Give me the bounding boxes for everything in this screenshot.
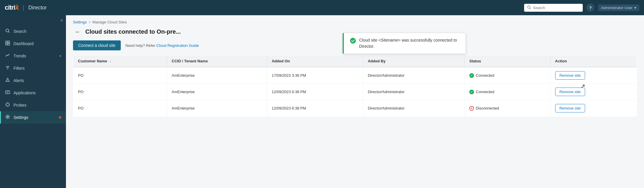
trends-icon [5,53,11,59]
sidebar-item-settings[interactable]: Settings [0,111,66,124]
citrix-logo-text: citriẋ [5,4,18,11]
cell-added-on: 12/09/2023 6:38 PM [267,100,363,117]
help-button[interactable]: ? [586,4,594,12]
cell-status: Disconnected [465,100,550,117]
help-text: Need help? Refer Cloud Registration Guid… [125,43,199,48]
cell-customer-name: PO [73,84,167,100]
sidebar-item-label: Applications [13,90,61,95]
cloud-registration-guide-link[interactable]: Cloud Registration Guide [156,43,199,48]
table-body: PO AmEnterprise 17/09/2023 3:36 PM Direc… [73,67,637,117]
user-chevron-icon: ▾ [634,6,636,10]
sidebar-item-label: Dashboard [13,41,61,46]
main-layout: « Search Dashboard Trends ▾ Filters [0,15,644,188]
connected-icon [469,90,474,94]
svg-rect-4 [6,41,7,43]
svg-rect-5 [8,41,10,43]
col-action: Action [550,55,637,67]
brand-logo: citriẋ | Director [5,4,47,11]
sidebar-item-label: Probes [13,103,61,107]
success-icon [350,37,356,45]
col-customer-name[interactable]: Customer Name ↓ [73,55,167,67]
sidebar-item-label: Search [13,29,61,34]
cell-added-by: Director/Administrator [363,84,465,100]
sidebar-item-label: Trends [13,54,57,58]
chevron-down-icon: ▾ [60,54,61,58]
cell-action: Remove site [550,84,637,100]
breadcrumb-separator: > [89,20,91,24]
global-search-box[interactable] [524,4,583,12]
remove-site-button[interactable]: Remove site [555,88,585,96]
breadcrumb-current: Manage Cloud Sites [93,20,127,24]
cell-added-by: Director/Administrator [363,100,465,117]
status-badge: Connected [469,90,545,94]
col-added-on: Added On [267,55,363,67]
toast-message: Cloud site <Sitename> was successfully c… [359,37,460,49]
applications-icon [5,90,11,96]
connect-cloud-site-button[interactable]: Connect a cloud site [73,40,121,50]
cell-ccid: AmEnterprise [167,67,267,84]
cloud-sites-table-wrapper: Customer Name ↓ CCID / Tenant Name Added… [66,55,644,117]
sidebar-item-applications[interactable]: Applications [0,87,66,99]
success-toast: Cloud site <Sitename> was successfully c… [343,33,466,54]
main-content: Cloud site <Sitename> was successfully c… [66,15,644,188]
app-title: Director [28,5,47,11]
svg-rect-6 [6,43,7,45]
cell-action: Remove site [550,100,637,117]
search-input[interactable] [533,6,580,10]
disconnected-icon [469,106,474,111]
svg-point-21 [7,116,9,118]
sidebar-item-trends[interactable]: Trends ▾ [0,50,66,62]
table-header-row: Customer Name ↓ CCID / Tenant Name Added… [73,55,637,67]
top-navigation: citriẋ | Director ? Administrator User ▾ [0,0,644,15]
cell-customer-name: PO [73,100,167,117]
collapse-sidebar-button[interactable]: « [60,18,63,23]
user-menu[interactable]: Administrator User ▾ [598,4,639,11]
svg-point-22 [350,38,356,44]
filters-icon [5,65,11,71]
svg-line-3 [9,32,10,33]
cell-status: Connected [465,67,550,84]
page-title: Cloud sites connected to On-pre... [85,28,181,35]
cell-ccid: AmEnterprise [167,84,267,100]
cell-added-on: 17/09/2023 3:36 PM [267,67,363,84]
cell-customer-name: PO [73,67,167,84]
sidebar-item-label: Filters [13,66,61,71]
remove-site-button[interactable]: Remove site [555,71,585,80]
cell-action: Remove site [550,67,637,84]
svg-point-12 [7,81,8,81]
sidebar-item-dashboard[interactable]: Dashboard [0,37,66,50]
probes-icon [5,102,11,108]
svg-rect-7 [8,43,10,45]
alerts-icon [5,78,11,83]
sidebar-item-label: Settings [13,115,56,120]
brand-divider: | [23,4,24,11]
sort-icon: ↓ [109,59,111,63]
status-badge: Connected [469,73,545,78]
svg-line-1 [530,8,531,9]
sidebar-item-label: Alerts [13,78,61,83]
sidebar-item-search[interactable]: Search [0,25,66,37]
breadcrumb: Settings > Manage Cloud Sites [66,15,644,27]
connected-icon [469,73,474,78]
cloud-sites-table: Customer Name ↓ CCID / Tenant Name Added… [73,55,637,117]
help-text-label: Need help? Refer [125,43,155,48]
notification-dot [59,116,61,119]
cell-added-by: Director/Administrator [363,67,465,84]
sidebar-item-alerts[interactable]: Alerts [0,74,66,87]
table-row: PO AmEnterprise 12/09/2023 6:38 PM Direc… [73,84,637,100]
col-added-by: Added By [363,55,465,67]
settings-icon [5,114,11,120]
remove-site-button[interactable]: Remove site [555,104,585,112]
table-row: PO AmEnterprise 17/09/2023 3:36 PM Direc… [73,67,637,84]
col-status: Status [465,55,550,67]
search-nav-icon [5,28,11,34]
sidebar-item-filters[interactable]: Filters [0,62,66,74]
svg-rect-13 [6,91,10,94]
user-label: Administrator User [601,6,633,10]
back-button[interactable]: ← [73,28,82,36]
sidebar-item-probes[interactable]: Probes [0,99,66,111]
sidebar: « Search Dashboard Trends ▾ Filters [0,15,66,188]
search-icon [527,5,531,10]
breadcrumb-settings-link[interactable]: Settings [73,20,87,24]
table-row: PO AmEnterprise 12/09/2023 6:38 PM Direc… [73,100,637,117]
